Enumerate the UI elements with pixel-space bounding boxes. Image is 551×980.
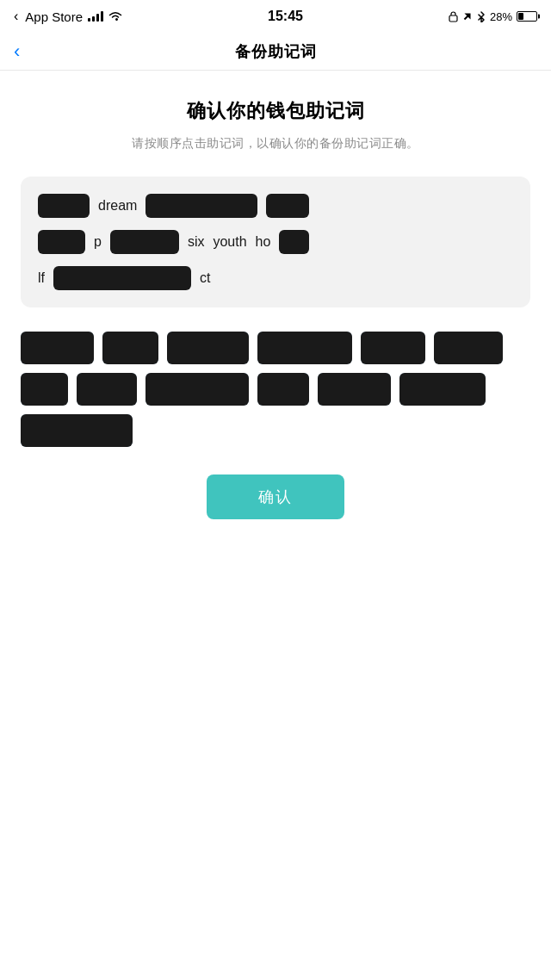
wifi-icon (108, 11, 122, 22)
carrier-info: ‹ App Store (14, 9, 122, 24)
redacted-word (38, 194, 90, 218)
status-right-group: 28% (449, 10, 537, 23)
word-display-row-3: lf ct (38, 266, 513, 290)
battery-percent: 28% (490, 10, 512, 23)
word-chip-selectable[interactable] (434, 332, 503, 364)
word-display-row-1: dream (38, 194, 513, 218)
word-chip-selectable[interactable] (257, 373, 309, 406)
word-chip-selectable[interactable] (21, 414, 133, 447)
mnemonic-display-box: dream p six youth ho lf ct (21, 177, 530, 307)
battery-icon (517, 11, 537, 22)
word-chip-selectable[interactable] (361, 332, 425, 364)
lock-icon (449, 11, 458, 22)
nav-title: 备份助记词 (235, 41, 317, 62)
word-chip-selectable[interactable] (318, 373, 391, 406)
signal-icon (88, 11, 103, 22)
visible-word: six (188, 230, 205, 254)
word-chip-selectable[interactable] (21, 332, 94, 364)
chevron-left-icon: ‹ (14, 40, 20, 63)
subtitle-text: 请按顺序点击助记词，以确认你的备份助记词正确。 (21, 134, 530, 152)
visible-word: youth (213, 230, 246, 254)
word-chip-selectable[interactable] (145, 373, 249, 406)
word-chip-selectable[interactable] (21, 373, 68, 406)
redacted-word (266, 194, 309, 218)
visible-word: lf (38, 266, 45, 290)
redacted-word (53, 266, 191, 290)
visible-word: ct (200, 266, 210, 290)
word-chip-selectable[interactable] (167, 332, 249, 364)
carrier-name: App Store (25, 9, 83, 24)
back-button[interactable]: ‹ (14, 40, 20, 63)
redacted-word (279, 230, 309, 254)
svg-rect-0 (449, 16, 457, 22)
bluetooth-icon (477, 11, 486, 22)
back-arrow-small: ‹ (14, 9, 18, 24)
redacted-word (145, 194, 257, 218)
word-chip-selectable[interactable] (399, 373, 486, 406)
redacted-word (38, 230, 85, 254)
visible-word: p (94, 230, 102, 254)
redacted-word (110, 230, 179, 254)
word-chip-selectable[interactable] (77, 373, 137, 406)
word-display-row-2: p six youth ho (38, 230, 513, 254)
main-title: 确认你的钱包助记词 (21, 98, 530, 124)
visible-word: ho (256, 230, 271, 254)
page-content: 确认你的钱包助记词 请按顺序点击助记词，以确认你的备份助记词正确。 dream … (0, 71, 551, 519)
confirm-button-wrap: 确认 (21, 474, 530, 519)
status-bar: ‹ App Store 15:45 28% (0, 0, 551, 33)
confirm-button[interactable]: 确认 (207, 474, 344, 519)
status-time: 15:45 (268, 9, 303, 24)
word-chip-selectable[interactable] (102, 332, 158, 364)
visible-word: dream (98, 194, 137, 218)
word-chip-selectable[interactable] (257, 332, 352, 364)
nav-bar: ‹ 备份助记词 (0, 33, 551, 71)
location-icon (462, 11, 473, 22)
selectable-words-area (21, 332, 530, 447)
